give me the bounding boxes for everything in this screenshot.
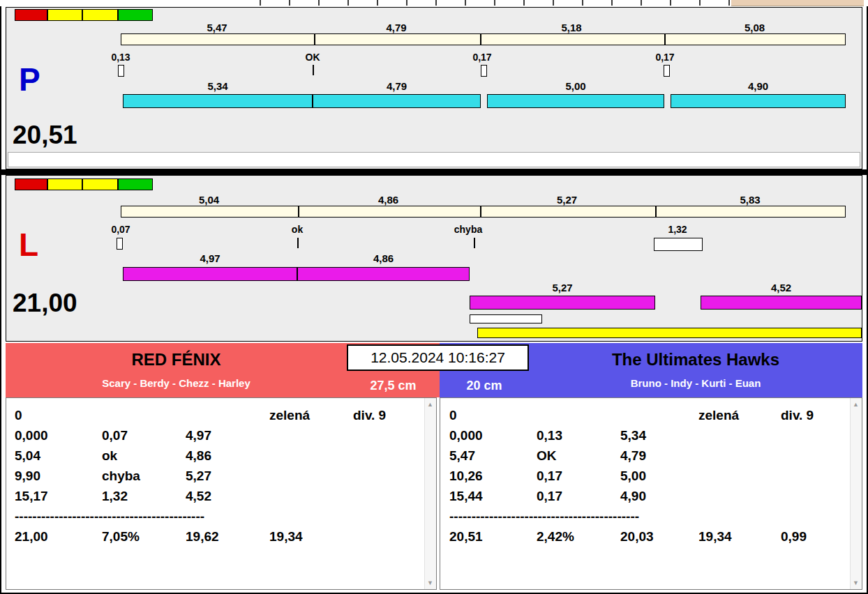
marker-label: 0,17 <box>458 52 507 62</box>
legend-green-box <box>118 9 153 21</box>
table-cell: 2,42% <box>537 528 574 545</box>
table-cell: zelená <box>698 407 739 424</box>
marker-label: chyba <box>440 224 496 234</box>
table-cell: chyba <box>102 468 140 485</box>
bar-value: 4,52 <box>701 282 862 293</box>
marker-box <box>664 65 670 77</box>
table-row: 5,04 ok 4,86 <box>6 448 424 464</box>
measure-bar-cyan <box>671 94 846 108</box>
team-name-left: RED FÉNIX <box>6 350 347 370</box>
scrollbar[interactable]: ▲ ▼ <box>850 398 862 589</box>
table-cell: 10,26 <box>449 468 483 485</box>
ruler-value: 5,47 <box>121 22 313 33</box>
team-players-right: Bruno - Indy - Kurti - Euan <box>529 377 862 389</box>
legend-yellow-box <box>82 9 118 21</box>
table-cell: 20,03 <box>620 528 654 545</box>
legend-red-box <box>15 178 47 190</box>
bar-value: 4,90 <box>671 80 846 91</box>
measure-bar-cyan <box>313 94 481 108</box>
status-strip <box>8 152 860 167</box>
table-cell: 7,05% <box>102 528 140 545</box>
legend-green-box <box>118 178 153 190</box>
ruler-divider <box>480 206 481 217</box>
team-distance-right: 20 cm <box>440 379 529 393</box>
bar-value: 5,34 <box>123 80 313 91</box>
top-edge-strip <box>0 0 868 6</box>
top-edge-ticks <box>232 0 730 6</box>
legend-yellow-box <box>47 178 82 190</box>
table-cell: 0,17 <box>537 488 562 505</box>
datetime-display: 12.05.2024 10:16:27 <box>347 344 529 371</box>
table-separator-row: ----------------------------------------… <box>6 508 424 525</box>
bar-value: 4,97 <box>123 252 297 264</box>
table-cell: 15,44 <box>449 488 483 505</box>
table-cell: 5,04 <box>15 448 40 464</box>
scroll-up-icon[interactable]: ▲ <box>851 399 861 409</box>
app-window: 5,47 4,79 5,18 5,08 0,13 OK 0,17 0,17 5,… <box>0 0 868 594</box>
team-distance-left: 27,5 cm <box>347 379 440 393</box>
table-cell: 1,32 <box>102 488 128 505</box>
marker-box <box>117 238 123 250</box>
marker-tick <box>474 238 475 248</box>
table-cell: 0,07 <box>102 427 128 444</box>
ruler-divider <box>298 206 299 217</box>
table-separator-row: ----------------------------------------… <box>440 508 849 525</box>
scroll-down-icon[interactable]: ▼ <box>425 578 435 588</box>
top-edge-accent <box>731 0 864 6</box>
legend-yellow-box <box>47 9 82 21</box>
ruler-value: 5,27 <box>479 194 654 205</box>
table-cell: 0,000 <box>15 427 48 444</box>
empty-bar-box <box>470 314 542 323</box>
left-team-listbox[interactable]: 0 zelená div. 9 0,000 0,07 4,97 5,04 ok … <box>6 397 437 590</box>
table-cell: 0,13 <box>537 427 562 444</box>
marker-label: OK <box>288 52 337 62</box>
scroll-up-icon[interactable]: ▲ <box>425 399 435 409</box>
table-cell: OK <box>537 448 557 464</box>
table-cell: 5,34 <box>620 427 646 444</box>
ruler-divider <box>480 34 481 45</box>
bar-value: 5,27 <box>470 282 655 293</box>
marker-label: 0,13 <box>96 52 145 62</box>
ruler-divider <box>664 34 666 45</box>
legend-yellow-box <box>82 178 118 190</box>
lane-panel-p: 5,47 4,79 5,18 5,08 0,13 OK 0,17 0,17 5,… <box>6 7 862 169</box>
segment-ruler-l <box>121 206 846 218</box>
table-cell: div. 9 <box>781 407 814 424</box>
ruler-value: 4,86 <box>297 194 479 205</box>
measure-bar-cyan <box>123 94 313 108</box>
bar-value: 5,00 <box>487 80 664 91</box>
scroll-down-icon[interactable]: ▼ <box>851 578 861 588</box>
dash-separator: ----------------------------------------… <box>449 508 639 525</box>
ruler-divider <box>314 34 315 45</box>
table-cell: 4,86 <box>186 448 211 464</box>
table-cell: 4,97 <box>186 427 211 444</box>
table-cell: 5,00 <box>620 468 646 485</box>
table-cell: 9,90 <box>15 468 40 485</box>
measure-bar-magenta <box>470 296 655 310</box>
ruler-value: 5,04 <box>121 194 297 205</box>
table-cell: 4,52 <box>186 488 211 505</box>
traffic-legend-p <box>15 9 153 21</box>
marker-label: ok <box>269 224 325 234</box>
lane-total-l: 21,00 <box>13 290 77 316</box>
ruler-value: 5,08 <box>664 22 846 33</box>
table-cell: 5,27 <box>186 468 211 485</box>
table-cell: 19,34 <box>698 528 732 545</box>
table-row: 0 zelená div. 9 <box>6 407 424 424</box>
table-cell: 0 <box>449 407 457 424</box>
table-cell: 19,62 <box>186 528 219 545</box>
legend-red-box <box>15 9 47 21</box>
table-cell: 0,17 <box>537 468 562 485</box>
measure-bar-magenta <box>123 267 297 281</box>
segment-ruler-p <box>121 33 846 45</box>
table-row: 0 zelená div. 9 <box>440 407 849 424</box>
table-cell: 20,51 <box>449 528 483 545</box>
table-cell: 0,99 <box>781 528 807 545</box>
lane-total-p: 20,51 <box>13 122 77 148</box>
scrollbar[interactable]: ▲ ▼ <box>424 398 436 589</box>
measure-bar-cyan <box>487 94 664 108</box>
table-row: 10,26 0,17 5,00 <box>440 468 849 485</box>
table-totals-row: 20,51 2,42% 20,03 19,34 0,99 <box>440 528 849 545</box>
right-team-listbox[interactable]: 0 zelená div. 9 0,000 0,13 5,34 5,47 OK … <box>440 397 862 590</box>
marker-tick <box>313 65 314 75</box>
